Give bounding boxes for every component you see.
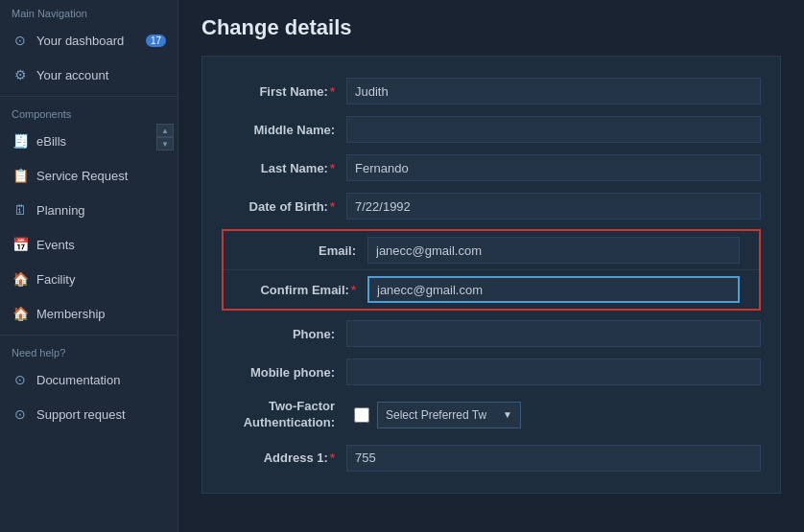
sidebar-item-service-request[interactable]: 📋 Service Request xyxy=(0,158,156,193)
sidebar-item-planning[interactable]: 🗓 Planning xyxy=(0,193,156,227)
ebills-icon: 🧾 xyxy=(12,132,29,150)
first-name-label: First Name:* xyxy=(222,84,346,99)
documentation-icon: ⊙ xyxy=(12,371,29,388)
phone-label: Phone: xyxy=(222,327,346,341)
middle-name-label: Middle Name: xyxy=(222,123,346,137)
scroll-down-button[interactable]: ▼ xyxy=(156,137,174,150)
dashboard-badge: 17 xyxy=(146,35,166,47)
two-factor-row: Two-FactorAuthentication: Select Preferr… xyxy=(202,391,780,439)
address1-label: Address 1:* xyxy=(222,451,346,465)
two-factor-label: Two-FactorAuthentication: xyxy=(222,399,346,431)
membership-icon: 🏠 xyxy=(12,305,29,322)
sidebar-item-support-label: Support request xyxy=(36,407,126,422)
sidebar-item-ebills[interactable]: 🧾 eBills xyxy=(0,124,156,158)
mobile-phone-row: Mobile phone: xyxy=(202,353,780,391)
events-icon: 📅 xyxy=(12,236,29,253)
sidebar: Main Navigation ⊙ Your dashboard 17 ⚙ Yo… xyxy=(0,0,178,532)
last-name-row: Last Name:* xyxy=(202,149,780,187)
sidebar-item-facility-label: Facility xyxy=(36,272,75,287)
sidebar-item-dashboard[interactable]: ⊙ Your dashboard 17 xyxy=(0,23,177,58)
last-name-label: Last Name:* xyxy=(222,161,346,175)
sidebar-scroll-buttons: ▲ ▼ xyxy=(156,124,177,262)
account-icon: ⚙ xyxy=(12,66,29,83)
dob-row: Date of Birth:* xyxy=(202,187,780,225)
middle-name-row: Middle Name: xyxy=(202,110,780,149)
mobile-phone-label: Mobile phone: xyxy=(222,365,346,380)
sidebar-item-account-label: Your account xyxy=(36,68,108,82)
sidebar-item-membership[interactable]: 🏠 Membership xyxy=(0,296,177,331)
page-title: Change details xyxy=(201,15,781,40)
sidebar-divider-2 xyxy=(0,335,177,335)
email-label: Email: xyxy=(243,243,367,258)
components-label: Components xyxy=(0,101,177,124)
dob-label: Date of Birth:* xyxy=(222,199,346,214)
two-factor-checkbox[interactable] xyxy=(354,407,369,423)
sidebar-item-account[interactable]: ⚙ Your account xyxy=(0,58,177,92)
sidebar-item-planning-label: Planning xyxy=(36,203,85,218)
mobile-phone-input[interactable] xyxy=(346,359,761,385)
sidebar-item-documentation-label: Documentation xyxy=(36,373,120,387)
confirm-email-input[interactable] xyxy=(367,276,740,303)
address1-input[interactable] xyxy=(346,445,761,472)
confirm-email-label: Confirm Email:* xyxy=(243,283,367,297)
address1-row: Address 1:* xyxy=(202,439,780,477)
sidebar-item-events-label: Events xyxy=(36,238,75,252)
first-name-input[interactable] xyxy=(346,78,761,104)
confirm-email-row: Confirm Email:* xyxy=(224,270,759,309)
planning-icon: 🗓 xyxy=(12,201,29,219)
two-factor-dropdown[interactable]: Select Preferred Tw ▼ xyxy=(377,402,521,428)
main-content: Change details First Name:* Middle Name:… xyxy=(178,0,804,532)
support-icon: ⊙ xyxy=(12,405,29,423)
service-request-icon: 📋 xyxy=(12,167,29,184)
sidebar-item-ebills-label: eBills xyxy=(36,134,66,149)
scroll-up-button[interactable]: ▲ xyxy=(156,124,174,137)
phone-input[interactable] xyxy=(346,320,761,347)
main-nav-label: Main Navigation xyxy=(0,0,177,23)
dob-input[interactable] xyxy=(346,193,761,220)
email-highlight-block: Email: Confirm Email:* xyxy=(222,229,761,311)
dropdown-arrow-icon: ▼ xyxy=(503,409,512,420)
phone-row: Phone: xyxy=(202,314,780,353)
middle-name-input[interactable] xyxy=(346,116,761,143)
email-input[interactable] xyxy=(367,237,740,264)
first-name-row: First Name:* xyxy=(202,72,780,110)
sidebar-item-membership-label: Membership xyxy=(36,307,106,321)
facility-icon: 🏠 xyxy=(12,270,29,288)
dashboard-icon: ⊙ xyxy=(12,32,29,49)
last-name-input[interactable] xyxy=(346,154,761,181)
two-factor-dropdown-label: Select Preferred Tw xyxy=(386,408,486,422)
sidebar-item-documentation[interactable]: ⊙ Documentation xyxy=(0,362,177,397)
email-row: Email: xyxy=(224,231,759,270)
sidebar-item-support[interactable]: ⊙ Support request xyxy=(0,397,177,431)
sidebar-item-service-request-label: Service Request xyxy=(36,169,128,183)
sidebar-item-dashboard-label: Your dashboard xyxy=(36,34,124,48)
help-label: Need help? xyxy=(0,339,177,362)
sidebar-divider-1 xyxy=(0,96,177,97)
sidebar-item-facility[interactable]: 🏠 Facility xyxy=(0,262,177,296)
sidebar-item-events[interactable]: 📅 Events xyxy=(0,227,156,262)
form-container: First Name:* Middle Name: Last Name:* Da… xyxy=(201,56,781,494)
